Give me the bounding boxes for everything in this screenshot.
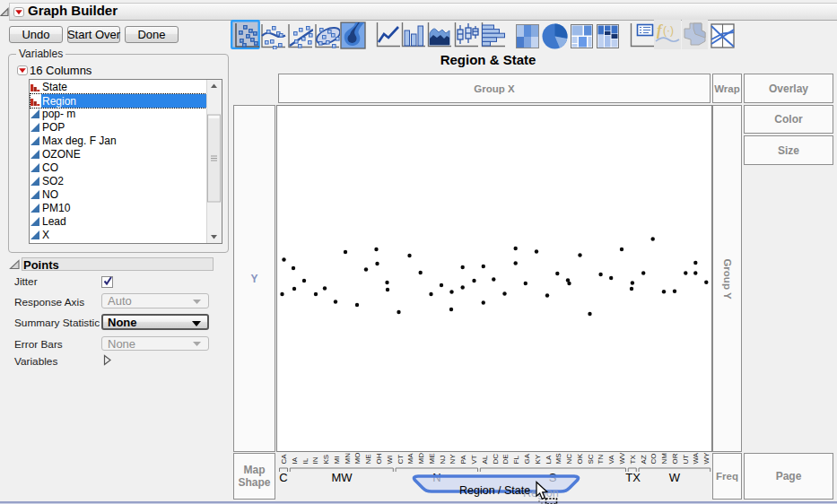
svg-text:(·): (·)	[663, 24, 674, 37]
